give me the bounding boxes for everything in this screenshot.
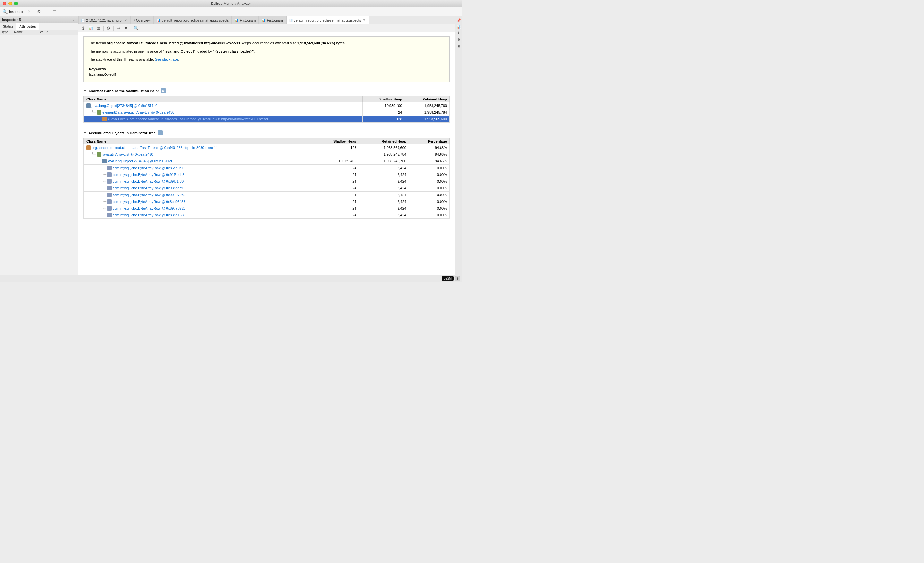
tab-suspects1[interactable]: 📊 default_report org.eclipse.mat.api:sus… [154,16,232,24]
toolbar-close-inspector[interactable]: ✕ [26,8,32,15]
dt-row9-retained: 2,424 [359,205,409,212]
inspector-title: Inspector 5 [2,18,21,21]
sp-row2-link[interactable]: elementData java.util.ArrayList @ 0xb2af… [102,110,174,114]
dt-row3-link[interactable]: com.mysql.jdbc.ByteArrayRow @ 0x85ed9e18 [112,166,186,170]
sp-col-retained: Retained Heap [405,96,450,102]
tab-overview[interactable]: ℹ Overview [131,16,154,24]
sp-row1-shallow: 10,939,400 [363,102,405,109]
shortest-paths-toggle[interactable]: ▼ [83,89,87,92]
table-row[interactable]: org.apache.tomcat.util.threads.TaskThrea… [84,144,450,151]
dt-row10-pct: 0.00% [409,212,450,218]
dt-row7-pct: 0.00% [409,191,450,198]
tab-suspects2-close[interactable]: ✕ [362,18,366,22]
main-content[interactable]: The thread org.apache.tomcat.util.thread… [78,32,455,275]
minimize-button[interactable] [8,2,12,6]
tree-conn-5: ├─ [102,179,106,183]
rs-expand-btn[interactable]: ⊞ [456,43,462,49]
obj-icon-10 [107,213,112,217]
tab-file-close[interactable]: ✕ [124,18,128,22]
ttb-chart-btn[interactable]: 📊 [87,25,94,32]
rs-settings-btn[interactable]: ⚙ [456,37,462,42]
rs-chart-btn[interactable]: 📊 [456,24,462,30]
dt-row5-link[interactable]: com.mysql.jdbc.ByteArrayRow @ 0x89fd1f30 [112,179,183,183]
ttb-table-btn[interactable]: ▦ [95,25,102,32]
stacktrace-link[interactable]: See stacktrace [155,57,178,61]
table-row[interactable]: ├─ com.mysql.jdbc.ByteArrayRow @ 0x89fd1… [84,178,450,185]
dt-row6-retained: 2,424 [359,185,409,191]
rs-info-btn[interactable]: ℹ [456,30,462,36]
problem-size: 1,958,569,600 (94.68%) [297,41,335,45]
tree-connector-1: └─ [92,110,96,114]
dt-row8-name: ├─ com.mysql.jdbc.ByteArrayRow @ 0x8cb96… [84,198,312,205]
dt-row7-link[interactable]: com.mysql.jdbc.ByteArrayRow @ 0x991072e0 [112,193,186,197]
inspector-panel-header: Inspector 5 _ □ [0,16,78,23]
dt-row6-link[interactable]: com.mysql.jdbc.ByteArrayRow @ 0x938becf8 [112,186,184,190]
table-row[interactable]: └─ java.lang.Object[2734845] @ 0x9c1511c… [84,158,450,164]
tree-conn-10: ├─ [102,213,106,217]
toolbar-minimize-icon[interactable]: _ [43,8,50,15]
table-row[interactable]: └─ elementData java.util.ArrayList @ 0xb… [84,109,450,116]
table-row[interactable]: ├─ com.mysql.jdbc.ByteArrayRow @ 0x838e1… [84,212,450,218]
tab-suspects1-label: default_report org.eclipse.mat.api:suspe… [162,18,229,22]
status-memory: 022M [442,276,454,281]
dt-row1-pct: 94.66% [409,151,450,158]
shortest-paths-header-row: Class Name Shallow Heap Retained Heap [84,96,450,102]
table-row[interactable]: ├─ com.mysql.jdbc.ByteArrayRow @ 0x85ed9… [84,164,450,171]
table-row[interactable]: ├─ com.mysql.jdbc.ByteArrayRow @ 0x99107… [84,191,450,198]
dt-row0-shallow: 128 [312,144,359,151]
tab-statics[interactable]: Statics [0,23,16,30]
inspector-maximize-btn[interactable]: □ [71,17,76,22]
dt-row0-name: org.apache.tomcat.util.threads.TaskThrea… [84,144,312,151]
table-row[interactable]: └─ java.util.ArrayList @ 0xb2af2430 - 1,… [84,151,450,158]
obj-icon-6 [107,186,112,190]
toolbar-maximize-icon[interactable]: □ [51,8,58,15]
dt-row10-link[interactable]: com.mysql.jdbc.ByteArrayRow @ 0x838e1630 [112,213,186,217]
toolbar-inspector-icon[interactable]: 🔍 [1,8,8,15]
dt-row8-link[interactable]: com.mysql.jdbc.ByteArrayRow @ 0x8cb96458 [112,200,185,204]
dominator-tree-title: Accumulated Objects in Dominator Tree [88,131,156,135]
content-area: Inspector 5 _ □ Statics Attributes Type … [0,16,462,275]
dt-row6-shallow: 24 [312,185,359,191]
ttb-filter-btn[interactable]: ▼ [123,25,130,32]
close-button[interactable] [3,2,6,6]
tab-histogram2[interactable]: 📊 Histogram [259,16,285,24]
tree-conn-8: ├─ [102,200,106,203]
inspector-minimize-btn[interactable]: _ [65,17,70,22]
table-row[interactable]: java.lang.Object[2734845] @ 0x9c1511c0 1… [84,102,450,109]
ttb-search-btn[interactable]: 🔍 [132,25,140,32]
tab-suspects2[interactable]: 📊 default_report org.eclipse.mat.api:sus… [286,16,369,24]
table-row[interactable]: ├─ com.mysql.jdbc.ByteArrayRow @ 0x8cb96… [84,198,450,205]
dominator-tree-toggle[interactable]: ▼ [83,131,87,135]
sp-row3-link[interactable]: <Java Local> org.apache.tomcat.util.thre… [108,117,268,121]
rs-pin-btn[interactable]: 📌 [456,17,462,23]
keywords-value: java.lang.Object[] [89,72,444,78]
maximize-button[interactable] [14,2,18,6]
tab-attributes[interactable]: Attributes [16,23,39,30]
dt-row1-link[interactable]: java.util.ArrayList @ 0xb2af2430 [102,152,153,156]
ttb-export-btn[interactable]: ⇒ [115,25,122,32]
array-icon-2 [102,159,106,164]
toolbar-inspector-label: Inspector [9,10,23,14]
table-row[interactable]: ├─ com.mysql.jdbc.ByteArrayRow @ 0x938be… [84,185,450,191]
toolbar-settings-icon[interactable]: ⚙ [35,8,42,15]
dominator-tree-header: ▼ Accumulated Objects in Dominator Tree … [78,128,455,137]
tab-histogram1[interactable]: 📊 Histogram [232,16,259,24]
dt-row7-shallow: 24 [312,191,359,198]
dt-row4-link[interactable]: com.mysql.jdbc.ByteArrayRow @ 0x91f6eda8 [112,173,184,177]
dt-row0-link[interactable]: org.apache.tomcat.util.threads.TaskThrea… [92,146,218,150]
obj-icon-3 [107,166,112,170]
dt-row2-link[interactable]: java.lang.Object[2734845] @ 0x9c1511c0 [108,159,173,163]
table-row-highlighted[interactable]: └─ <Java Local> org.apache.tomcat.util.t… [84,116,450,122]
tree-conn-2: └─ [97,159,101,163]
tab-file[interactable]: 📄 2-10.1.7.121-java.hprof ✕ [78,16,130,24]
dt-row6-pct: 0.00% [409,185,450,191]
right-sidebar: 📌 📊 ℹ ⚙ ⊞ [455,16,462,275]
table-row[interactable]: ├─ com.mysql.jdbc.ByteArrayRow @ 0x91f6e… [84,171,450,178]
gc-button[interactable]: 🗑 [455,276,460,281]
dt-row9-link[interactable]: com.mysql.jdbc.ByteArrayRow @ 0x89778720 [112,206,186,210]
ttb-gear-btn[interactable]: ⚙ [105,25,112,32]
table-row[interactable]: ├─ com.mysql.jdbc.ByteArrayRow @ 0x89778… [84,205,450,212]
ttb-info-btn[interactable]: ℹ [80,25,87,32]
dt-row6-name: ├─ com.mysql.jdbc.ByteArrayRow @ 0x938be… [84,185,312,191]
sp-row1-link[interactable]: java.lang.Object[2734845] @ 0x9c1511c0 [92,104,157,108]
